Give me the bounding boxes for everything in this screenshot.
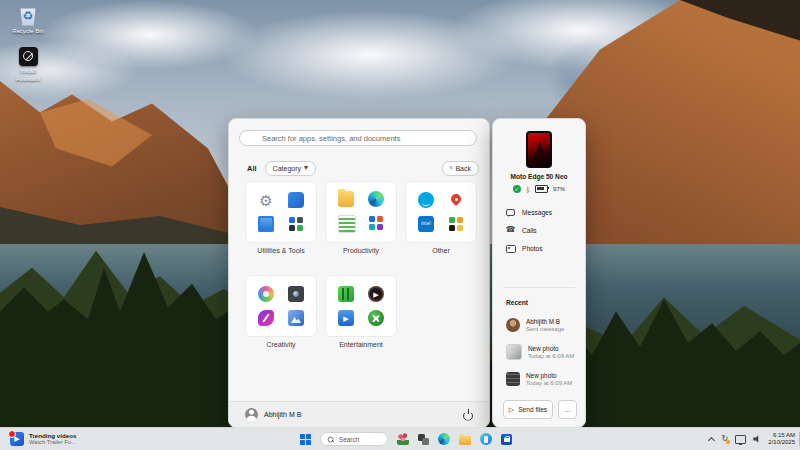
recent-item-photo[interactable]: New photo Today at 6:09 AM [493,365,585,392]
back-button[interactable]: ‹ Back [442,161,479,176]
desktop-icon-label: Recycle Bin [4,28,52,36]
more-apps-grid-icon [368,215,384,231]
calls-icon: ☎ [506,226,515,235]
recent-item-photo[interactable]: New photo Today at 6:09 AM [493,338,585,365]
category-label: Other [405,247,477,254]
recycle-bin-icon: ♻ [20,7,37,26]
clipchamp-icon [258,310,274,326]
photo-thumbnail [506,372,520,386]
volume-icon[interactable] [753,435,761,443]
microsoft-store-icon[interactable] [501,434,512,445]
desktop-icon-app-shortcut[interactable]: Install Assistant [4,46,52,83]
taskbar-search-button[interactable]: Search [320,432,388,446]
category-row-1: ⚙ Utilities & Tools Productivity [245,181,477,254]
tray-overflow-chevron-icon[interactable] [709,437,715,443]
phone-link-icon[interactable] [480,433,492,445]
start-search-input[interactable] [239,130,477,146]
category-label: Creativity [245,341,317,348]
paint-3d-icon [258,286,274,302]
movies-tv-icon: ▶ [338,310,354,326]
menu-label: Messages [522,209,552,216]
more-options-button[interactable]: … [558,400,577,419]
phone-menu-messages[interactable]: Messages [493,203,585,221]
phone-panel-footer: ▷ Send files … [493,400,585,419]
user-name: Abhijith M B [264,411,301,418]
category-creativity[interactable]: Creativity [245,275,317,348]
chevron-left-icon: ‹ [450,164,453,172]
recent-list: Abhijith M B Sent message New photo Toda… [493,311,585,392]
xbox-icon [368,310,384,326]
widget-subtitle: Watch Trailer Fo... [29,439,76,446]
send-files-label: Send files [518,406,547,413]
intel-app-icon [418,216,434,232]
send-icon: ▷ [509,406,514,413]
power-button[interactable] [463,410,473,420]
start-filter-row: All Category ▾ ‹ Back [247,161,479,175]
category-productivity[interactable]: Productivity [325,181,397,254]
clock[interactable]: 6:15 AM 2/10/2025 [768,432,795,447]
file-explorer-icon[interactable] [459,436,471,445]
widget-title: Trending videos [29,432,76,439]
connected-check-icon: ✓ [513,185,521,193]
edge-browser-icon [368,191,384,207]
category-entertainment[interactable]: ▶ ▶ Entertainment [325,275,397,348]
phone-menu: Messages ☎ Calls Photos [493,203,585,257]
camera-icon [288,286,304,302]
taskbar: ▶ Trending videos Watch Trailer Fo... Se… [0,427,800,450]
phone-device-name: Moto Edge 50 Neo [493,173,585,180]
user-account-button[interactable]: Abhijith M B [245,408,301,421]
edge-browser-icon[interactable] [438,433,450,445]
more-apps-grid-icon [288,216,304,232]
phone-status-row: ✓ ᛒ 97% [493,185,585,193]
send-files-button[interactable]: ▷ Send files [503,400,553,419]
category-utilities-tools[interactable]: ⚙ Utilities & Tools [245,181,317,254]
category-dropdown-label: Category [273,165,301,172]
tray-time: 6:15 AM [773,432,795,440]
phone-menu-photos[interactable]: Photos [493,239,585,257]
taskbar-center: Search [300,428,512,450]
category-other[interactable]: Other [405,181,477,254]
recent-item-message[interactable]: Abhijith M B Sent message [493,311,585,338]
messages-icon [506,208,515,217]
contact-avatar [506,318,520,332]
category-label: Entertainment [325,341,397,348]
recent-subtitle: Sent message [526,326,564,332]
recent-title: New photo [528,345,574,352]
desktop-icon-recycle-bin[interactable]: ♻ Recycle Bin [4,6,52,36]
back-button-label: Back [455,165,471,172]
network-icon[interactable] [735,435,746,444]
trending-video-icon: ▶ [10,432,24,446]
desktop-icon-label-line1: Install [20,68,36,74]
battery-percentage: 97% [553,186,565,192]
menu-label: Calls [522,227,537,234]
tray-date: 2/10/2025 [768,439,795,447]
media-player-icon: ▶ [368,286,384,302]
widgets-weather-icon[interactable] [397,433,409,445]
filter-all-label[interactable]: All [247,164,257,173]
category-label: Productivity [325,247,397,254]
recent-subtitle: Today at 6:09 AM [528,353,574,359]
bluetooth-icon: ᛒ [526,186,530,193]
category-dropdown[interactable]: Category ▾ [265,161,316,176]
recent-title: New photo [526,372,572,379]
maps-pin-icon [448,192,464,208]
recent-header: Recent [506,299,528,306]
category-row-2: Creativity ▶ ▶ Entertainment [245,275,397,348]
widgets-button[interactable]: ▶ Trending videos Watch Trailer Fo... [6,428,80,450]
start-button[interactable] [300,434,311,445]
system-tray: ↻ 6:15 AM 2/10/2025 [709,428,795,450]
film-strip-icon [338,286,354,302]
phone-menu-calls[interactable]: ☎ Calls [493,221,585,239]
task-view-icon[interactable] [418,434,429,445]
alexa-icon [418,192,434,208]
user-avatar-icon [245,408,258,421]
phone-link-panel: Moto Edge 50 Neo ✓ ᛒ 97% Messages ☎ Call… [492,118,586,428]
photo-thumbnail [506,344,522,360]
category-label: Utilities & Tools [245,247,317,254]
search-icon [328,437,334,443]
onedrive-sync-icon[interactable]: ↻ [722,435,729,443]
divider [503,287,575,288]
pc-monitor-icon [258,216,274,232]
phone-screen-thumbnail[interactable] [526,131,552,168]
chevron-down-icon: ▾ [304,164,308,172]
